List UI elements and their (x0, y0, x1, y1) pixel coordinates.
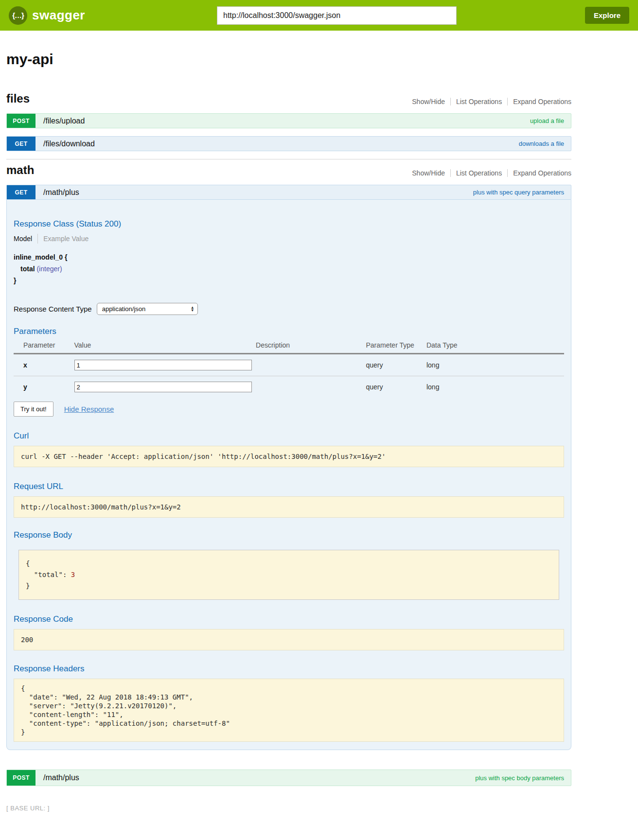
request-url-value: http://localhost:3000/math/plus?x=1&y=2 (14, 496, 564, 518)
request-url-heading: Request URL (14, 482, 564, 491)
curl-heading: Curl (14, 431, 564, 441)
spec-url-input[interactable] (217, 7, 456, 24)
parameter-x-input[interactable] (74, 360, 252, 370)
parameter-description (256, 354, 366, 376)
divider (450, 169, 451, 177)
parameter-row-x: x query long (14, 354, 564, 376)
operation-summary[interactable]: upload a file (530, 117, 564, 124)
model-property-name: total (20, 265, 35, 273)
swagger-logo[interactable]: {…} swagger (9, 6, 85, 25)
divider (507, 98, 508, 105)
files-list-operations-link[interactable]: List Operations (456, 98, 502, 105)
parameter-type: query (366, 376, 426, 398)
response-code-value: 200 (14, 629, 564, 650)
response-content-type-value: application/json (102, 305, 146, 313)
response-class-heading: Response Class (Status 200) (14, 219, 564, 229)
files-section-title[interactable]: files (6, 92, 30, 105)
files-section-header: files Show/Hide List Operations Expand O… (6, 92, 571, 105)
math-show-hide-link[interactable]: Show/Hide (412, 169, 445, 177)
explore-button[interactable]: Explore (585, 7, 629, 24)
hide-response-link[interactable]: Hide Response (64, 405, 114, 413)
method-badge-post: POST (7, 114, 35, 128)
model-open: inline_model_0 { (14, 251, 564, 263)
operation-path-link[interactable]: /files/download (43, 140, 95, 148)
tab-example-value[interactable]: Example Value (43, 235, 89, 243)
operation-summary[interactable]: plus with spec query parameters (473, 189, 564, 196)
parameter-row-y: y query long (14, 376, 564, 398)
method-badge-get: GET (7, 185, 35, 199)
column-header-parameter: Parameter (14, 338, 74, 354)
model-property-type: (integer) (36, 265, 62, 273)
parameters-header-row: Parameter Value Description Parameter Ty… (14, 338, 564, 354)
parameter-y-input[interactable] (74, 382, 252, 392)
model-close: } (14, 275, 564, 286)
logo-text: swagger (32, 8, 85, 23)
math-section-title[interactable]: math (6, 163, 34, 177)
operation-row-post-files-upload[interactable]: POST /files/upload upload a file (6, 113, 571, 128)
response-headers-json: { "date": "Wed, 22 Aug 2018 18:49:13 GMT… (14, 679, 564, 742)
column-header-data-type: Data Type (426, 338, 564, 354)
method-badge-get: GET (7, 137, 35, 151)
response-content-type-label: Response Content Type (14, 305, 92, 313)
math-list-operations-link[interactable]: List Operations (456, 169, 502, 177)
divider (37, 234, 38, 244)
response-body-json: { "total": 3 } (18, 550, 559, 600)
divider (450, 98, 451, 105)
model-signature: inline_model_0 { total (integer) } (14, 251, 564, 286)
operation-expanded-panel: Response Class (Status 200) Model Exampl… (6, 200, 571, 750)
operation-summary[interactable]: plus with spec body parameters (475, 774, 564, 782)
response-body-heading: Response Body (14, 530, 564, 540)
model-tabs: Model Example Value (14, 233, 564, 245)
files-expand-operations-link[interactable]: Expand Operations (513, 98, 571, 105)
operation-path-link[interactable]: /math/plus (43, 773, 79, 782)
try-it-out-button[interactable]: Try it out! (14, 402, 53, 417)
operation-row-get-math-plus[interactable]: GET /math/plus plus with spec query para… (6, 185, 571, 200)
files-show-hide-link[interactable]: Show/Hide (412, 98, 445, 105)
operation-summary[interactable]: downloads a file (519, 140, 564, 147)
operation-row-get-files-download[interactable]: GET /files/download downloads a file (6, 136, 571, 151)
method-badge-post: POST (7, 770, 35, 786)
response-headers-heading: Response Headers (14, 664, 564, 674)
json-number-value: 3 (71, 571, 75, 578)
math-expand-operations-link[interactable]: Expand Operations (513, 169, 571, 177)
column-header-value: Value (74, 338, 256, 354)
parameters-table: Parameter Value Description Parameter Ty… (14, 338, 564, 398)
base-url-footer: [ BASE URL: ] (6, 805, 638, 812)
page-title: my-api (6, 51, 571, 68)
parameter-data-type: long (426, 376, 564, 398)
parameter-name: y (14, 376, 74, 398)
parameter-description (256, 376, 366, 398)
math-section-header: math Show/Hide List Operations Expand Op… (6, 163, 571, 177)
tab-model[interactable]: Model (14, 235, 32, 243)
bottom-spacer (0, 812, 638, 824)
curl-command: curl -X GET --header 'Accept: applicatio… (14, 446, 564, 467)
parameter-type: query (366, 354, 426, 376)
column-header-parameter-type: Parameter Type (366, 338, 426, 354)
response-content-type-select[interactable]: application/json ▲▼ (97, 303, 198, 315)
operation-path-link[interactable]: /math/plus (43, 188, 79, 197)
operation-row-post-math-plus[interactable]: POST /math/plus plus with spec body para… (6, 770, 571, 786)
section-divider (6, 159, 571, 159)
curly-braces-icon: {…} (9, 6, 27, 25)
operation-path-link[interactable]: /files/upload (43, 117, 85, 125)
parameters-heading: Parameters (14, 327, 564, 336)
header-bar: {…} swagger Explore (0, 0, 638, 31)
parameter-data-type: long (426, 354, 564, 376)
divider (507, 169, 508, 177)
parameter-name: x (14, 354, 74, 376)
select-arrows-icon: ▲▼ (191, 306, 195, 312)
response-code-heading: Response Code (14, 614, 564, 624)
column-header-description: Description (256, 338, 366, 354)
